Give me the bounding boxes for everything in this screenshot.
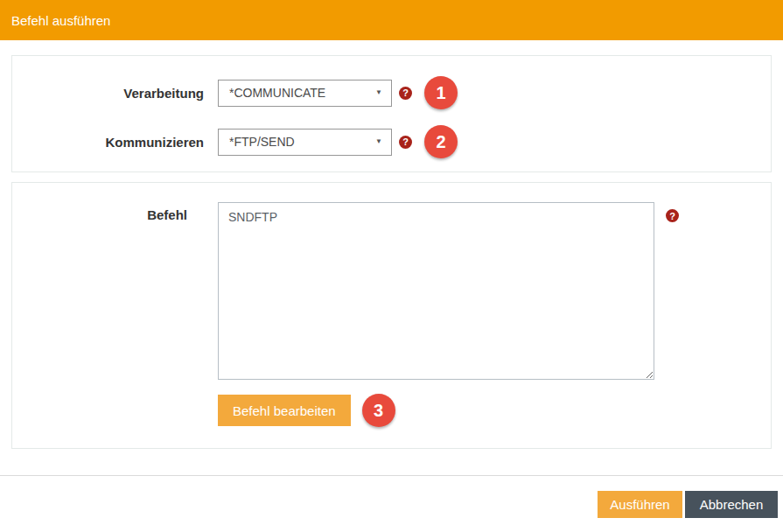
- command-textarea[interactable]: SNDFTP: [218, 202, 654, 380]
- step-badge-1: 1: [424, 76, 458, 109]
- dialog-header: Befehl ausführen: [0, 0, 783, 40]
- step-badge-2: 2: [424, 125, 458, 158]
- execute-command-dialog: Befehl ausführen Verarbeitung *COMMUNICA…: [0, 0, 783, 532]
- footer-divider: [0, 475, 783, 476]
- execute-button[interactable]: Ausführen: [598, 491, 682, 518]
- options-panel: Verarbeitung *COMMUNICATE ▼ ? 1 Kommuniz…: [11, 55, 772, 172]
- dialog-title: Befehl ausführen: [11, 13, 110, 28]
- kommunizieren-label: Kommunizieren: [12, 135, 204, 150]
- kommunizieren-select[interactable]: *FTP/SEND ▼: [218, 129, 392, 156]
- command-row: Befehl SNDFTP ?: [12, 202, 771, 380]
- edit-command-button[interactable]: Befehl bearbeiten: [218, 395, 351, 426]
- kommunizieren-row: Kommunizieren *FTP/SEND ▼ ? 2: [12, 125, 771, 158]
- kommunizieren-select-value: *FTP/SEND: [229, 135, 295, 149]
- befehl-label: Befehl: [12, 202, 187, 222]
- verarbeitung-label: Verarbeitung: [12, 86, 204, 101]
- chevron-down-icon: ▼: [375, 89, 382, 96]
- help-icon[interactable]: ?: [666, 209, 679, 222]
- help-glyph: ?: [669, 211, 675, 221]
- chevron-down-icon: ▼: [375, 138, 382, 145]
- cancel-button[interactable]: Abbrechen: [685, 491, 778, 518]
- verarbeitung-row: Verarbeitung *COMMUNICATE ▼ ? 1: [12, 76, 771, 109]
- step-badge-3: 3: [362, 394, 395, 427]
- edit-command-row: Befehl bearbeiten 3: [218, 394, 771, 427]
- verarbeitung-select[interactable]: *COMMUNICATE ▼: [218, 80, 392, 107]
- command-panel: Befehl SNDFTP ? Befehl bearbeiten 3: [11, 182, 772, 449]
- verarbeitung-select-value: *COMMUNICATE: [229, 86, 325, 100]
- help-icon[interactable]: ?: [399, 136, 412, 149]
- help-icon[interactable]: ?: [399, 87, 412, 100]
- help-glyph: ?: [402, 136, 409, 147]
- help-glyph: ?: [402, 88, 409, 98]
